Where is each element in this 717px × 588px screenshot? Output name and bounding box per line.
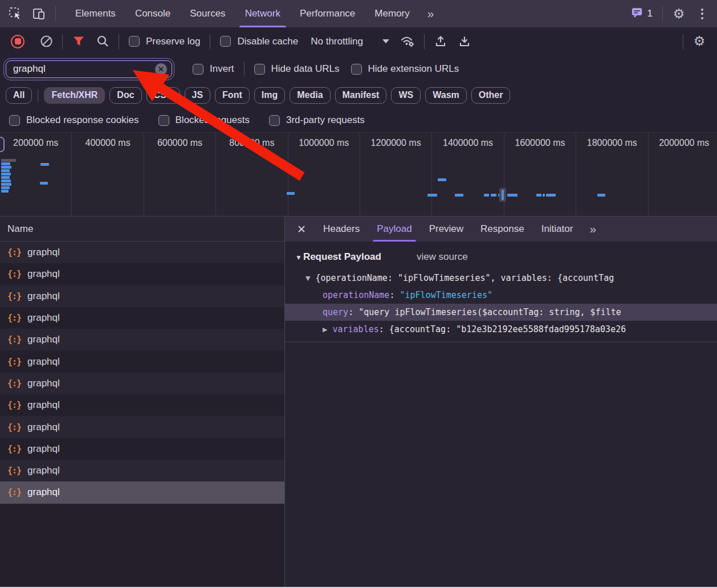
divider [55,6,56,21]
disable-cache-checkbox[interactable]: Disable cache [214,36,304,47]
payload-segment: "ipFlowTimeseries" [400,290,492,300]
more-detail-tabs-icon[interactable]: » [581,222,604,236]
network-settings-icon[interactable]: ⚙ [687,30,711,54]
divider [244,62,245,76]
filter-icon[interactable] [67,30,91,54]
request-row[interactable]: {:}graphql [0,481,284,503]
json-request-icon: {:} [7,466,21,476]
request-row[interactable]: {:}graphql [0,263,284,285]
chip-font[interactable]: Font [215,87,250,104]
collapsed-triangle-icon[interactable]: ▶ [323,326,327,333]
waterfall-bar [40,182,48,185]
detail-tab-initiator[interactable]: Initiator [533,217,582,242]
more-panels-icon[interactable]: » [419,7,442,21]
request-row[interactable]: {:}graphql [0,307,284,329]
divider [119,34,119,49]
detail-tab-preview[interactable]: Preview [421,217,472,242]
inspect-element-icon[interactable] [3,2,27,26]
import-har-icon[interactable] [429,30,453,54]
throttling-select[interactable]: No throttling [304,36,396,47]
chip-all[interactable]: All [6,87,32,104]
network-conditions-icon[interactable] [396,30,420,54]
name-column-header[interactable]: Name [0,217,284,242]
network-overview-timeline[interactable]: 200000 ms400000 ms600000 ms800000 ms1000… [0,132,717,217]
payload-line[interactable]: ▼{operationName: "ipFlowTimeseries", var… [285,270,717,287]
request-row[interactable]: {:}graphql [0,460,284,481]
device-toolbar-icon[interactable] [27,2,51,26]
payload-segment: : {accountTag: "b12e3b2192ee5588fdad9951… [379,324,626,334]
clear-filter-icon[interactable]: ✕ [155,63,167,75]
settings-icon[interactable]: ⚙ [667,2,691,26]
payload-segment: {operationName: "ipFlowTimeseries", vari… [315,273,614,283]
timeline-column: 1200000 ms [360,133,432,216]
payload-line[interactable]: query: "query ipFlowTimeseries($accountT… [285,304,717,321]
hide-data-urls-checkbox[interactable]: Hide data URLs [248,63,345,75]
request-name: graphql [27,422,60,433]
json-request-icon: {:} [7,422,21,432]
timeline-tick-label: 800000 ms [229,138,274,216]
chip-img[interactable]: Img [254,87,285,104]
invert-checkbox[interactable]: Invert [187,63,240,75]
detail-tab-response[interactable]: Response [472,217,533,242]
preserve-log-checkbox[interactable]: Preserve log [123,36,206,47]
record-network-log-button[interactable] [6,30,30,54]
request-row[interactable]: {:}graphql [0,416,284,438]
request-row[interactable]: {:}graphql [0,373,284,394]
waterfall-bar [536,194,541,197]
view-source-link[interactable]: view source [417,251,468,263]
close-details-icon[interactable]: ✕ [288,223,315,236]
request-name: graphql [27,487,60,498]
payload-line[interactable]: ▶variables: {accountTag: "b12e3b2192ee55… [285,321,717,338]
request-row[interactable]: {:}graphql [0,329,284,350]
timeline-left-handle[interactable] [0,137,5,152]
json-request-icon: {:} [7,269,21,279]
request-row[interactable]: {:}graphql [0,394,284,416]
chip-css[interactable]: CSS [146,87,180,104]
timeline-column: 1400000 ms [432,133,504,216]
chip-other[interactable]: Other [471,87,511,104]
chip-doc[interactable]: Doc [109,87,141,104]
menu-kebab-icon[interactable] [691,2,714,26]
issues-button[interactable]: 1 [626,7,658,21]
timeline-tick-label: 1800000 ms [587,138,637,216]
request-payload-section[interactable]: ▼ Request Payload view source [285,242,717,266]
tab-network[interactable]: Network [235,0,290,27]
clear-network-log-icon[interactable] [34,30,58,54]
chip-wasm[interactable]: Wasm [425,87,467,104]
request-row[interactable]: {:}graphql [0,350,284,372]
chip-manifest[interactable]: Manifest [335,87,387,104]
request-row[interactable]: {:}graphql [0,438,284,460]
tab-memory[interactable]: Memory [365,0,419,27]
tab-sources[interactable]: Sources [180,0,235,27]
detail-tab-payload[interactable]: Payload [368,217,420,242]
payload-line[interactable]: operationName: "ipFlowTimeseries" [285,287,717,304]
request-row[interactable]: {:}graphql [0,285,284,307]
chip-media[interactable]: Media [290,87,330,104]
export-har-icon[interactable] [453,30,476,54]
panel-tabs: ElementsConsoleSourcesNetworkPerformance… [66,0,419,27]
blocked-response-cookies-checkbox[interactable]: Blocked response cookies [3,115,145,126]
waterfall-bar [455,194,463,197]
checkbox [9,115,20,126]
payload-segment: operationName [323,290,389,300]
chip-ws[interactable]: WS [391,87,421,104]
tabbar-right: 1 ⚙ [626,2,714,26]
3rd-party-requests-checkbox[interactable]: 3rd-party requests [263,115,370,126]
search-icon[interactable] [91,30,115,54]
issues-icon [632,7,643,21]
selected-request-marker [499,188,506,202]
detail-tab-headers[interactable]: Headers [315,217,368,242]
request-row[interactable]: {:}graphql [0,242,284,263]
expanded-triangle-icon[interactable]: ▼ [305,275,310,282]
chip-fetch-xhr[interactable]: Fetch/XHR [44,87,105,104]
tab-console[interactable]: Console [125,0,180,27]
waterfall-bar [1,162,10,165]
chip-js[interactable]: JS [185,87,211,104]
detail-tabs-list: HeadersPayloadPreviewResponseInitiator [315,217,581,242]
blocked-requests-checkbox[interactable]: Blocked requests [153,115,255,126]
tab-performance[interactable]: Performance [290,0,365,27]
tab-elements[interactable]: Elements [66,0,125,27]
hide-extension-urls-checkbox[interactable]: Hide extension URLs [345,63,465,75]
filter-input[interactable] [13,63,155,75]
json-request-icon: {:} [7,378,21,389]
